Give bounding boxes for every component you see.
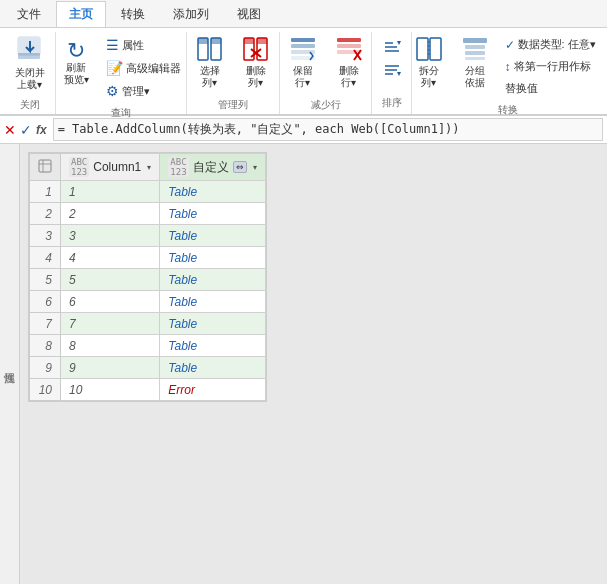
sort-buttons (377, 32, 407, 81)
data-table-container: ABC123 Column1 ▾ ABC123 自定义 ⇔ ▾ (28, 152, 267, 402)
ribbon-group-manage-cols: 选择列▾ 删除列▾ 管理列 (187, 32, 280, 114)
col1-name: Column1 (93, 160, 141, 174)
refresh-button[interactable]: ↻ 刷新预览▾ (54, 32, 98, 94)
tab-view[interactable]: 视图 (224, 1, 274, 27)
row-num-2: 2 (30, 203, 61, 225)
replace-value-label: 替换值 (505, 81, 538, 96)
formula-bar-left: ✕ ✓ fx (4, 122, 47, 138)
replace-value-button[interactable]: 替换值 (499, 78, 607, 99)
delete-cols-icon (243, 37, 269, 65)
cell-col2-9[interactable]: Table (160, 357, 265, 379)
select-cols-icon (197, 37, 223, 65)
svg-rect-33 (465, 57, 485, 60)
datatype-check-icon: ✓ (505, 38, 515, 52)
properties-button[interactable]: ☰ 属性 (100, 34, 187, 56)
svg-rect-32 (465, 51, 485, 55)
svg-rect-17 (337, 44, 361, 48)
table-body: 1 1 Table 2 2 Table 3 3 Table (30, 181, 266, 401)
ribbon-group-reduce-rows: 保留行▾ 删除行▾ 减少行 (280, 32, 373, 114)
table-icon (38, 159, 52, 176)
tab-transform[interactable]: 转换 (108, 1, 158, 27)
delete-cols-button[interactable]: 删除列▾ (234, 32, 278, 94)
ribbon-group-transform: 拆分列▾ 分组依据 ✓ 数据类型: 任意▾ (412, 32, 603, 114)
cell-col1-9: 9 (61, 357, 160, 379)
first-row-label: 将第一行用作标 (514, 59, 591, 74)
cell-col2-7[interactable]: Table (160, 313, 265, 335)
tab-file[interactable]: 文件 (4, 1, 54, 27)
group-button[interactable]: 分组依据 (453, 32, 497, 94)
datatype-button[interactable]: ✓ 数据类型: 任意▾ (499, 34, 607, 55)
first-row-button[interactable]: ↕ 将第一行用作标 (499, 56, 607, 77)
table-row: 3 3 Table (30, 225, 266, 247)
cell-col2-6[interactable]: Table (160, 291, 265, 313)
col-header-custom[interactable]: ABC123 自定义 ⇔ ▾ (160, 154, 265, 181)
ribbon-buttons-transform: 拆分列▾ 分组依据 ✓ 数据类型: 任意▾ (407, 32, 607, 99)
tab-add-col[interactable]: 添加列 (160, 1, 222, 27)
cell-col1-7: 7 (61, 313, 160, 335)
refresh-label: 刷新预览▾ (64, 62, 89, 86)
properties-icon: ☰ (106, 37, 119, 53)
sort-asc-button[interactable] (377, 36, 407, 58)
ribbon-group-close: 关闭并上载▾ 关闭 (4, 32, 56, 114)
delete-cols-label: 删除列▾ (246, 65, 266, 89)
keep-rows-button[interactable]: 保留行▾ (281, 32, 325, 94)
col2-type-badge: ABC123 (168, 157, 188, 177)
table-row: 6 6 Table (30, 291, 266, 313)
transform-group-label: 转换 (498, 99, 518, 117)
manage-button[interactable]: ⚙ 管理▾ (100, 80, 187, 102)
formula-cancel-button[interactable]: ✕ (4, 122, 16, 138)
svg-rect-34 (39, 160, 51, 172)
table-row: 9 9 Table (30, 357, 266, 379)
col-header-column1-inner: ABC123 Column1 ▾ (69, 157, 151, 177)
left-sidebar: 属性 (0, 144, 20, 584)
manage-icon: ⚙ (106, 83, 119, 99)
row-num-6: 6 (30, 291, 61, 313)
sort-desc-button[interactable] (377, 59, 407, 81)
col1-dropdown-icon[interactable]: ▾ (147, 163, 151, 172)
cell-col2-10[interactable]: Error (160, 379, 265, 401)
advanced-editor-button[interactable]: 📝 高级编辑器 (100, 57, 187, 79)
delete-rows-button[interactable]: 删除行▾ (327, 32, 371, 94)
col-header-column1[interactable]: ABC123 Column1 ▾ (61, 154, 160, 181)
cell-col2-4[interactable]: Table (160, 247, 265, 269)
ribbon-buttons-close: 关闭并上载▾ (8, 32, 52, 94)
cell-col2-1[interactable]: Table (160, 181, 265, 203)
cell-col1-10: 10 (61, 379, 160, 401)
split-button[interactable]: 拆分列▾ (407, 32, 451, 94)
data-table: ABC123 Column1 ▾ ABC123 自定义 ⇔ ▾ (29, 153, 266, 401)
svg-rect-5 (211, 38, 221, 44)
svg-rect-4 (198, 38, 208, 44)
cell-col1-2: 2 (61, 203, 160, 225)
sort-desc-icon (383, 62, 401, 78)
tab-home[interactable]: 主页 (56, 1, 106, 27)
cell-col2-8[interactable]: Table (160, 335, 265, 357)
table-header-row: ABC123 Column1 ▾ ABC123 自定义 ⇔ ▾ (30, 154, 266, 181)
cell-col2-3[interactable]: Table (160, 225, 265, 247)
ribbon-tabs: 文件 主页 转换 添加列 视图 (0, 0, 607, 28)
advanced-editor-label: 高级编辑器 (126, 61, 181, 76)
content-area: ABC123 Column1 ▾ ABC123 自定义 ⇔ ▾ (20, 144, 607, 584)
col2-dropdown-icon[interactable]: ▾ (253, 163, 257, 172)
formula-bar: ✕ ✓ fx = Table.AddColumn(转换为表, "自定义", ea… (0, 116, 607, 144)
row-num-9: 9 (30, 357, 61, 379)
ribbon-buttons-manage-cols: 选择列▾ 删除列▾ (188, 32, 278, 94)
cell-col2-5[interactable]: Table (160, 269, 265, 291)
keep-rows-label: 保留行▾ (293, 65, 313, 89)
svg-rect-31 (465, 45, 485, 49)
cell-col1-5: 5 (61, 269, 160, 291)
cell-col2-2[interactable]: Table (160, 203, 265, 225)
formula-confirm-button[interactable]: ✓ (20, 122, 32, 138)
col2-expand-button[interactable]: ⇔ (233, 161, 247, 173)
refresh-icon: ↻ (67, 40, 85, 62)
close-upload-button[interactable]: 关闭并上载▾ (8, 32, 52, 94)
table-row: 7 7 Table (30, 313, 266, 335)
col1-type-badge: ABC123 (69, 157, 89, 177)
split-icon (416, 37, 442, 65)
formula-fx-button[interactable]: fx (36, 123, 47, 137)
first-row-icon: ↕ (505, 60, 511, 74)
select-cols-button[interactable]: 选择列▾ (188, 32, 232, 94)
delete-rows-icon (336, 37, 362, 65)
formula-input[interactable]: = Table.AddColumn(转换为表, "自定义", each Web(… (53, 118, 603, 141)
col-header-rownum-inner (38, 159, 52, 176)
table-row: 5 5 Table (30, 269, 266, 291)
